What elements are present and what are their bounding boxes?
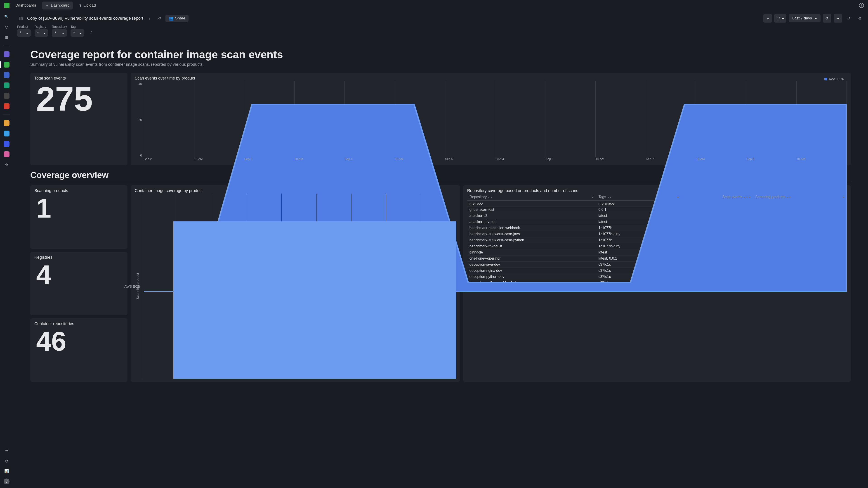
hbar-category-label: AWS ECR [124, 284, 140, 288]
search-icon[interactable]: 🔍 [4, 13, 9, 20]
chevron-down-icon[interactable] [676, 195, 679, 199]
refresh-button[interactable]: ⟳ [823, 14, 831, 23]
th-scanning-products[interactable]: Scanning products▲▼ [753, 194, 847, 201]
container-repos-value: 46 [34, 327, 123, 356]
upload-button[interactable]: ⇪ Upload [75, 2, 99, 9]
new-dashboard-button[interactable]: ＋ Dashboard [42, 2, 73, 9]
th-scan-events[interactable]: Scan events▲▼ [681, 194, 753, 201]
dashboard-icon[interactable]: ◔ [4, 458, 9, 464]
rail-app-alert[interactable] [4, 103, 9, 109]
card-container-repos: Container repositories 46 [30, 318, 127, 382]
rail-app-1[interactable] [4, 51, 9, 57]
chart-legend: AWS ECR [825, 76, 847, 81]
filter-value: * [37, 31, 39, 35]
filter-value: * [73, 31, 75, 35]
legend-swatch [825, 78, 827, 80]
new-dashboard-label: Dashboard [51, 3, 70, 8]
chevron-down-icon [43, 31, 45, 35]
filter-registry: Registry * [35, 25, 49, 37]
upload-icon: ⇪ [79, 3, 82, 8]
upload-label: Upload [84, 3, 96, 8]
legend-label: AWS ECR [829, 77, 844, 81]
rail-app-5[interactable] [4, 93, 9, 99]
hbar-body[interactable]: AWS ECR [142, 194, 456, 379]
add-button[interactable]: ＋ [763, 14, 772, 23]
left-rail: 🔍 ◎ ▦ ⚙ ⇥ ◔ 📊 V [0, 11, 13, 488]
share-icon: 👥 [168, 16, 174, 21]
th-repository[interactable]: Repository▲▼ [467, 194, 596, 201]
card-title: Registries [34, 255, 123, 260]
filter-label: Registry [35, 25, 49, 29]
rail-app-4[interactable] [4, 83, 9, 88]
filter-tag: Tag * [70, 25, 84, 37]
total-scan-events-value: 275 [34, 81, 123, 117]
card-scanning-products: Scanning products 1 [30, 185, 127, 249]
chevron-down-icon [814, 16, 817, 21]
expand-rail-icon[interactable]: ⇥ [4, 447, 9, 453]
filter-select-product[interactable]: * [17, 29, 31, 37]
filter-bar: Product * Registry * Repository * Tag [13, 24, 868, 40]
rail-app-3[interactable] [4, 72, 9, 78]
filter-label: Product [17, 25, 31, 29]
card-total-scan-events: Total scan events 275 [30, 73, 127, 165]
filter-select-tag[interactable]: * [70, 29, 84, 37]
rail-fav-2[interactable] [4, 131, 9, 136]
chart-y-axis: 40 20 0 [135, 81, 144, 162]
th-tags[interactable]: Tags▲▼ [596, 194, 681, 201]
card-title: Scan events over time by product [135, 76, 825, 80]
analytics-icon[interactable]: 📊 [4, 468, 9, 474]
panel-toggle-icon[interactable]: ▥ [17, 14, 25, 22]
plus-icon: ＋ [45, 3, 49, 8]
avatar[interactable]: V [4, 479, 9, 484]
share-button[interactable]: 👥 Share [165, 15, 188, 22]
page-subtitle: Summary of vulnerability scan events fro… [30, 62, 851, 67]
card-container-coverage: Container image coverage by product Scan… [131, 185, 460, 382]
chart-body[interactable]: Sep 210 AMSep 310 AMSep 410 AMSep 510 AM… [144, 81, 847, 162]
app-logo-icon[interactable] [4, 3, 9, 8]
filter-label: Tag [70, 25, 84, 29]
filter-select-registry[interactable]: * [35, 29, 49, 37]
layout-button[interactable]: ⬚ [774, 14, 786, 23]
grid-icon[interactable]: ▦ [4, 34, 9, 40]
refresh-menu-button[interactable] [834, 14, 842, 23]
chevron-down-icon[interactable] [591, 195, 594, 199]
rail-app-active[interactable] [4, 62, 9, 68]
chevron-down-icon [781, 16, 784, 21]
rail-fav-4[interactable] [4, 151, 9, 157]
sync-icon[interactable]: ⟲ [156, 14, 163, 22]
registries-value: 4 [34, 260, 123, 289]
chevron-down-icon [26, 31, 28, 35]
chevron-down-icon[interactable] [842, 195, 844, 199]
document-title[interactable]: Copy of [SIA-3899] Vulnerability scan ev… [27, 16, 143, 21]
chevron-down-icon[interactable] [748, 195, 751, 199]
chevron-down-icon [61, 31, 64, 35]
help-icon[interactable]: ? [859, 3, 864, 8]
gear-icon[interactable]: ⚙ [4, 162, 9, 168]
time-range-label: Last 7 days [792, 16, 812, 21]
topbar: Dashboards ＋ Dashboard ⇪ Upload ? [0, 0, 868, 11]
card-scan-over-time: Scan events over time by product AWS ECR… [131, 73, 851, 165]
target-icon[interactable]: ◎ [4, 24, 9, 30]
cube-icon: ⬚ [776, 16, 780, 21]
filter-select-repository[interactable]: * [52, 29, 67, 37]
rail-fav-1[interactable] [4, 120, 9, 126]
time-range-picker[interactable]: Last 7 days [789, 14, 820, 22]
card-registries: Registries 4 [30, 252, 127, 315]
settings-icon[interactable]: ⚙ [855, 14, 864, 23]
card-title: Scanning products [34, 188, 123, 193]
filter-label: Repository [52, 25, 67, 29]
filter-more-icon[interactable]: ⋮ [88, 29, 96, 37]
filter-product: Product * [17, 25, 31, 37]
rail-fav-3[interactable] [4, 141, 9, 147]
chevron-down-icon [79, 31, 82, 35]
filter-repository: Repository * [52, 25, 67, 37]
chevron-down-icon [837, 16, 839, 21]
filter-value: * [20, 31, 22, 35]
scanning-products-value: 1 [34, 194, 123, 223]
share-label: Share [175, 16, 185, 21]
history-icon[interactable]: ↺ [844, 14, 853, 23]
filter-value: * [55, 31, 56, 35]
tab-dashboards[interactable]: Dashboards [12, 2, 39, 9]
card-title: Container repositories [34, 322, 123, 326]
more-icon[interactable]: ⋮ [146, 14, 153, 22]
